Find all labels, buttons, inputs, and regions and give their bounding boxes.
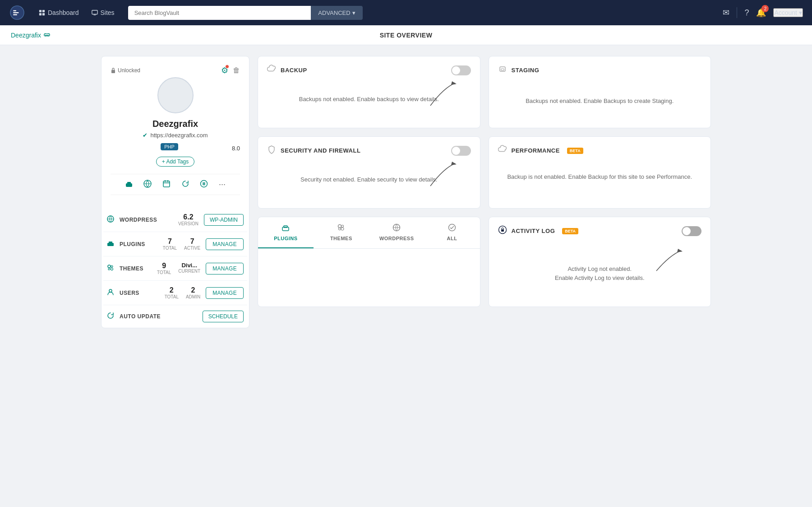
pause-quick-icon[interactable] [200,180,208,189]
svg-rect-17 [204,182,205,186]
more-actions-icon[interactable]: ··· [219,180,226,189]
activity-log-toggle[interactable] [682,226,701,236]
account-button[interactable]: Account ▾ [773,8,803,17]
svg-point-15 [201,181,208,187]
svg-point-31 [341,228,344,230]
themes-manage-button[interactable]: MANAGE [206,263,244,274]
svg-rect-9 [93,14,96,15]
breadcrumb-site[interactable]: Deezgrafix [11,32,50,39]
search-input[interactable] [128,6,311,20]
sites-link[interactable]: Sites [87,6,119,19]
page-title: SITE OVERVIEW [380,32,433,39]
performance-cloud-icon [498,145,507,154]
svg-rect-35 [501,69,504,70]
php-version: 8.0 [232,145,240,152]
backup-icon [267,65,276,76]
security-toggle[interactable] [451,146,471,156]
svg-rect-5 [42,10,45,12]
activity-log-icon [498,225,507,237]
staging-card: STAGING Backups not enabled. Enable Back… [489,56,711,128]
dashboard-link[interactable]: Dashboard [34,6,83,19]
staging-icon [498,65,507,76]
site-info-card: Unlocked ⚙ 🗑 Deezgrafix ✔ https://deezgr… [102,56,249,208]
svg-point-22 [111,265,113,267]
plugin-quick-icon[interactable] [125,180,133,189]
activity-log-beta-badge: BETA [562,228,578,234]
nav-divider [737,7,737,18]
breadcrumb-bar: Deezgrafix SITE OVERVIEW [0,25,812,45]
performance-title: PERFORMANCE [512,147,560,154]
updates-card: PLUGINS THEMES WORDPRESS [258,217,480,307]
tab-all[interactable]: ALL [424,217,480,248]
schedule-quick-icon[interactable] [162,180,171,189]
themes-tab-icon [337,223,345,234]
search-container: ADVANCED ▾ [128,6,363,20]
svg-rect-6 [39,13,42,15]
auto-update-schedule-button[interactable]: SCHEDULE [203,311,244,322]
users-manage-button[interactable]: MANAGE [206,287,244,299]
wordpress-label: WORDPRESS [120,217,178,223]
plugins-row-icon [107,240,120,249]
svg-rect-3 [13,14,17,15]
staging-cloud-icon [498,65,507,74]
activity-log-title: ACTIVITY LOG [512,228,555,234]
add-tags-button[interactable]: + Add Tags [156,157,195,167]
themes-label: THEMES [120,265,157,272]
pause-icon [200,180,208,188]
tab-content [258,249,480,303]
refresh-quick-icon[interactable] [181,180,189,189]
unlocked-label: Unlocked [111,67,140,74]
tab-wordpress[interactable]: WORDPRESS [369,217,424,248]
logo[interactable] [9,5,25,21]
auto-update-row: AUTO UPDATE SCHEDULE [103,305,247,328]
notifications-icon[interactable]: 🔔 2 [756,8,766,18]
svg-point-24 [111,268,113,270]
security-title: SECURITY AND FIREWALL [281,147,360,154]
svg-point-25 [109,289,112,292]
mail-icon[interactable]: ✉ [723,8,729,18]
security-icon [267,145,276,156]
svg-rect-12 [127,182,131,184]
chevron-down-icon: ▾ [352,9,355,16]
calendar-icon [162,180,171,188]
tab-plugins[interactable]: PLUGINS [258,217,314,248]
performance-beta-badge: BETA [567,148,583,154]
users-total-stat: 2 TOTAL [165,286,179,299]
updates-tabs-header: PLUGINS THEMES WORDPRESS [258,217,480,249]
plugin-row-icon [107,240,114,247]
wordpress-quick-icon[interactable] [143,180,152,189]
svg-rect-8 [92,10,97,14]
wordpress-tab-icon [392,223,401,234]
users-admin-stat: 2 ADMIN [186,286,200,299]
backup-toggle[interactable] [451,65,471,75]
performance-icon [498,145,507,156]
chevron-down-icon: ▾ [799,9,802,16]
settings-icon[interactable]: ⚙ [221,65,228,75]
plugins-manage-button[interactable]: MANAGE [206,238,244,250]
main-content: Unlocked ⚙ 🗑 Deezgrafix ✔ https://deezgr… [90,45,722,339]
site-display-name: Deezgrafix [111,119,240,129]
help-icon[interactable]: ? [744,8,749,18]
checkmark-icon-tab [448,223,456,232]
themes-stats: 9 TOTAL Divi... CURRENT [157,262,200,275]
tab-themes[interactable]: THEMES [314,217,369,248]
plugins-total-stat: 7 TOTAL [163,237,177,251]
arrow-decoration [426,79,462,110]
plugin-tab-icon [281,223,290,234]
wordpress-stats: 6.2 VERSION [178,213,198,226]
plugins-row: PLUGINS 7 TOTAL 7 ACTIVE MANAGE [103,232,247,256]
themes-row: THEMES 9 TOTAL Divi... CURRENT MANAGE [103,256,247,281]
nav-right: ✉ ? 🔔 2 Account ▾ [723,7,803,18]
users-label: USERS [120,290,165,296]
svg-rect-4 [39,10,42,12]
wp-admin-button[interactable]: WP-ADMIN [204,214,244,226]
advanced-button[interactable]: ADVANCED ▾ [311,6,362,20]
add-tags-container: + Add Tags [111,157,240,167]
wordpress-row: WORDPRESS 6.2 VERSION WP-ADMIN [103,208,247,232]
trash-icon[interactable]: 🗑 [233,66,240,74]
staging-empty-text: Backups not enabled. Enable Backups to c… [498,83,702,119]
plugin-icon [125,180,133,188]
staging-title: STAGING [512,67,540,74]
shield-lock-icon [498,225,507,234]
arrow-decoration-security [426,159,462,191]
